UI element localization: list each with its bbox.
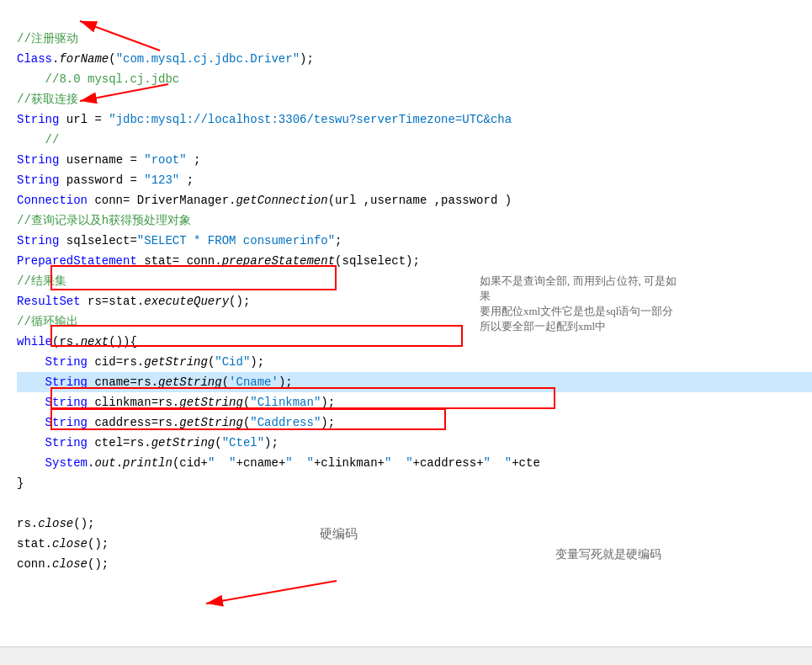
code-line-24 xyxy=(17,493,812,513)
code-line-10: //查询记录以及h获得预处理对象 xyxy=(17,210,812,231)
code-line-18: String cname=rs.getString('Cname'); xyxy=(17,372,812,392)
code-line-5: String url = "jdbc:mysql://localhost:330… xyxy=(17,109,812,130)
code-line-3: //8.0 mysql.cj.jdbc xyxy=(17,69,812,89)
code-line-9: Connection conn= DriverManager.getConnec… xyxy=(17,190,812,210)
code-line-7: String username = "root" ; xyxy=(17,150,812,170)
code-line-25: rs.close(); xyxy=(17,513,812,534)
code-line-8: String password = "123" ; xyxy=(17,170,812,190)
code-line-20: String caddress=rs.getString("Caddress")… xyxy=(17,412,812,433)
code-line-1: //注册驱动 xyxy=(17,29,812,49)
code-line-17: String cid=rs.getString("Cid"); xyxy=(17,352,812,372)
code-line-16: while(rs.next()){ xyxy=(17,332,812,352)
code-line-6: // xyxy=(17,130,812,150)
code-line-2: Class.forName("com.mysql.cj.jdbc.Driver"… xyxy=(17,49,812,69)
code-line-22: System.out.println(cid+" "+cname+" "+cli… xyxy=(17,453,812,473)
code-line-27: conn.close(); xyxy=(17,554,812,574)
code-line-15: //循环输出 xyxy=(17,311,812,332)
svg-line-4 xyxy=(206,581,337,604)
status-bar xyxy=(0,646,812,665)
code-line-14: ResultSet rs=stat.executeQuery(); xyxy=(17,291,812,311)
code-editor: //注册驱动Class.forName("com.mysql.cj.jdbc.D… xyxy=(0,0,812,583)
code-line-12: PreparedStatement stat= conn.prepareStat… xyxy=(17,251,812,271)
code-line-13: //结果集 xyxy=(17,271,812,291)
code-line-19: String clinkman=rs.getString("Clinkman")… xyxy=(17,392,812,412)
code-line-4: //获取连接 xyxy=(17,89,812,109)
code-line-26: stat.close(); xyxy=(17,534,812,554)
code-line-21: String ctel=rs.getString("Ctel"); xyxy=(17,433,812,453)
code-line-23: } xyxy=(17,473,812,493)
code-line-11: String sqlselect="SELECT * FROM consumer… xyxy=(17,231,812,251)
